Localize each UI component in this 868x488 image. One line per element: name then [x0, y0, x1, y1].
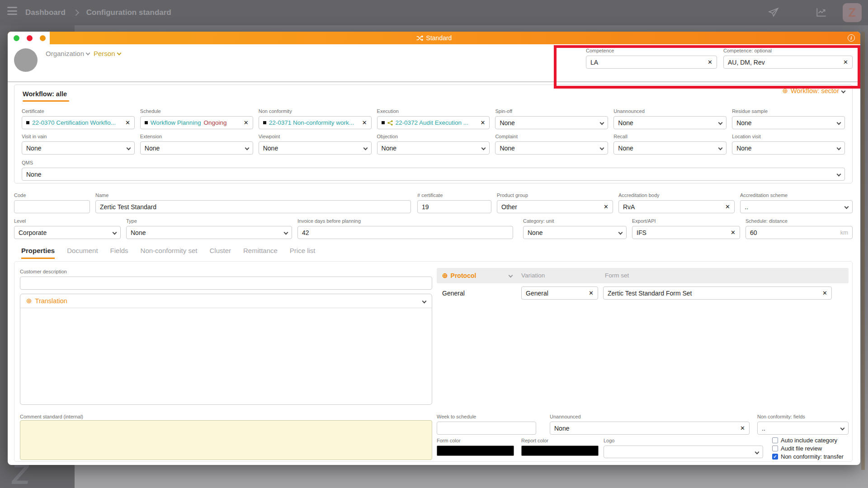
workflow-sector-link[interactable]: ⊕ Workflow: sector [783, 87, 845, 95]
report-color-swatch[interactable] [521, 446, 599, 456]
person-selector[interactable]: Person [94, 50, 121, 57]
clear-icon[interactable]: ✕ [359, 119, 367, 126]
breadcrumb-dashboard[interactable]: Dashboard [25, 8, 66, 17]
nc-fields-select[interactable]: .. [757, 422, 849, 435]
accreditation-scheme-select[interactable]: .. [740, 200, 853, 213]
execution-chip[interactable]: 22-0372 Audit Execution ... ✕ [377, 116, 490, 129]
checkbox-icon[interactable] [772, 446, 778, 451]
export-api-field[interactable]: IFS✕ [632, 226, 740, 239]
checkbox-checked-icon[interactable]: ✓ [772, 454, 778, 460]
code-input[interactable] [14, 200, 90, 213]
type-select[interactable]: None [126, 226, 292, 239]
clear-icon[interactable]: ✕ [728, 229, 736, 236]
certificate-chip[interactable]: 22-0370 Certification Workflo... ✕ [22, 116, 135, 129]
viewpoint-select[interactable]: None [259, 141, 372, 155]
viewpoint-field-group: Viewpoint None [259, 134, 372, 155]
app-logo[interactable]: Z [843, 3, 862, 22]
clear-icon[interactable]: ✕ [820, 290, 827, 296]
name-label: Name [95, 192, 411, 198]
schedule-chip[interactable]: Workflow Planning Ongoing ✕ [140, 116, 253, 129]
week-to-schedule-label: Week to schedule [437, 414, 536, 420]
clear-icon[interactable]: ✕ [840, 59, 848, 66]
window-maximize-button[interactable] [40, 35, 46, 41]
spin-off-select[interactable]: None [495, 116, 608, 129]
info-icon[interactable]: i [848, 34, 855, 42]
location-visit-value: None [736, 145, 751, 152]
product-group-field[interactable]: Other✕ [497, 200, 613, 213]
clear-icon[interactable]: ✕ [601, 203, 609, 210]
non-conformity-chip[interactable]: 22-0371 Non-conformity work... ✕ [259, 116, 372, 129]
invoice-days-input[interactable] [297, 226, 513, 239]
clear-icon[interactable]: ✕ [722, 203, 730, 210]
tab-remittance[interactable]: Remittance [243, 247, 278, 259]
clear-icon[interactable]: ✕ [241, 119, 249, 126]
extension-select[interactable]: None [140, 141, 253, 155]
week-to-schedule-input[interactable] [437, 422, 536, 435]
variation-column-label: Variation [521, 272, 545, 279]
avatar[interactable] [14, 48, 38, 72]
level-select[interactable]: Corporate [14, 226, 121, 239]
chart-icon[interactable] [816, 6, 827, 18]
checkbox-auto-include-category[interactable]: Auto include category [772, 437, 837, 444]
complaint-field-group: Complaint None [495, 134, 608, 155]
window-close-button[interactable] [27, 35, 33, 41]
category-unit-select[interactable]: None [523, 226, 627, 239]
unannounced-select[interactable]: None [613, 116, 726, 129]
auto-include-category-label: Auto include category [781, 437, 837, 444]
tab-properties[interactable]: Properties [21, 247, 55, 259]
clear-icon[interactable]: ✕ [478, 119, 486, 126]
competence-optional-field[interactable]: AU, DM, Rev ✕ [723, 56, 853, 69]
name-input[interactable] [95, 200, 411, 213]
objection-select[interactable]: None [377, 141, 490, 155]
tab-cluster[interactable]: Cluster [209, 247, 231, 259]
comment-standard-textarea[interactable] [20, 420, 432, 460]
competence-field[interactable]: LA ✕ [586, 56, 717, 69]
organization-selector[interactable]: Organization [46, 50, 90, 57]
form-set-field[interactable]: Zertic Test Standard Form Set✕ [603, 286, 832, 300]
recall-select[interactable]: None [613, 141, 726, 155]
export-api-value: IFS [637, 229, 646, 236]
visit-in-vain-select[interactable]: None [22, 141, 135, 155]
status-square-icon [145, 121, 148, 124]
num-certificate-input[interactable] [417, 200, 491, 213]
customer-description-input[interactable] [20, 277, 432, 290]
logo-select[interactable] [604, 446, 763, 458]
residue-sample-label: Residue sample [732, 108, 845, 114]
chevron-down-icon [837, 146, 841, 150]
tab-price-list[interactable]: Price list [290, 247, 316, 259]
send-icon[interactable] [768, 6, 779, 18]
menu-icon[interactable] [7, 7, 17, 15]
location-visit-select[interactable]: None [732, 141, 845, 155]
form-color-swatch[interactable] [437, 446, 514, 456]
residue-sample-value: None [736, 119, 751, 127]
tab-non-conformity-set[interactable]: Non-conformity set [141, 247, 198, 259]
checkbox-audit-file-review[interactable]: Audit file review [772, 445, 822, 452]
residue-sample-select[interactable]: None [732, 116, 845, 129]
clear-icon[interactable]: ✕ [705, 59, 712, 66]
report-color-label: Report color [521, 438, 599, 444]
accreditation-body-field[interactable]: RvA✕ [618, 200, 735, 213]
location-visit-label: Location visit [732, 134, 845, 140]
checkbox-non-conformity-transfer[interactable]: ✓ Non conformity: transfer [772, 453, 844, 460]
clear-icon[interactable]: ✕ [586, 290, 594, 296]
unannounced-bottom-field[interactable]: None✕ [550, 422, 750, 435]
tab-document[interactable]: Document [67, 247, 98, 259]
qms-select[interactable]: None [22, 168, 845, 181]
tab-workflow-alle[interactable]: Workflow: alle [23, 90, 69, 102]
comment-standard-label: Comment standard (internal) [20, 414, 432, 420]
workflow-sector-label: Workflow: sector [791, 87, 839, 94]
tab-fields[interactable]: Fields [110, 247, 128, 259]
non-conformity-field-group: Non conformity 22-0371 Non-conformity wo… [259, 108, 372, 129]
objection-field-group: Objection None [377, 134, 490, 155]
competence-value: LA [590, 59, 598, 66]
schedule-distance-field[interactable]: 60km [745, 226, 853, 239]
clear-icon[interactable]: ✕ [737, 425, 745, 432]
status-square-icon [26, 121, 29, 124]
translation-header[interactable]: ⊕ Translation [20, 294, 432, 308]
protocol-add-button[interactable]: ⊕ Protocol [442, 272, 476, 280]
checkbox-icon[interactable] [772, 437, 778, 443]
variation-field[interactable]: General✕ [521, 286, 598, 300]
window-minimize-button[interactable] [14, 35, 19, 41]
clear-icon[interactable]: ✕ [123, 119, 130, 126]
complaint-select[interactable]: None [495, 141, 608, 155]
